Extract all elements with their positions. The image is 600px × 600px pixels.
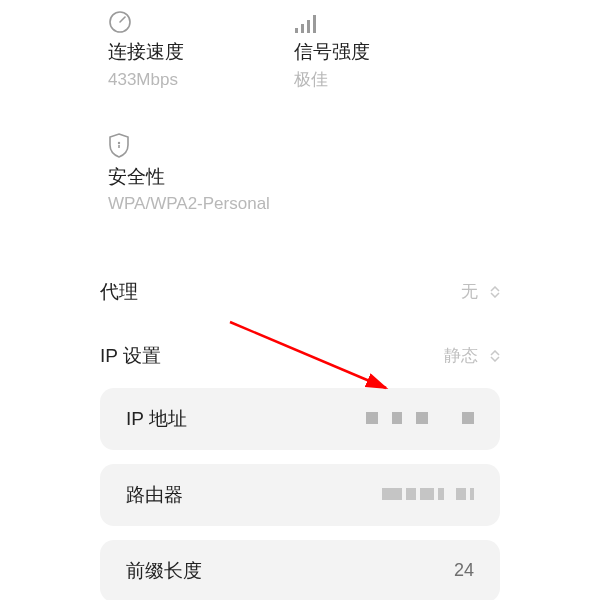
signal-icon bbox=[294, 6, 370, 34]
security-value: WPA/WPA2-Personal bbox=[108, 193, 600, 215]
ip-settings-row[interactable]: IP 设置 静态 bbox=[100, 324, 500, 388]
prefix-length-value: 24 bbox=[454, 560, 474, 581]
ip-address-label: IP 地址 bbox=[126, 406, 187, 432]
prefix-length-field[interactable]: 前缀长度 24 bbox=[100, 540, 500, 600]
svg-point-5 bbox=[118, 142, 120, 144]
proxy-value: 无 bbox=[461, 280, 478, 303]
signal-value: 极佳 bbox=[294, 69, 370, 91]
connection-speed-block: 连接速度 433Mbps bbox=[108, 6, 294, 91]
ip-settings-value: 静态 bbox=[444, 344, 478, 367]
security-block: 安全性 WPA/WPA2-Personal bbox=[108, 131, 600, 216]
shield-icon bbox=[108, 131, 600, 159]
signal-strength-block: 信号强度 极佳 bbox=[294, 6, 370, 91]
proxy-label: 代理 bbox=[100, 279, 138, 305]
router-field[interactable]: 路由器 bbox=[100, 464, 500, 526]
svg-rect-2 bbox=[301, 24, 304, 33]
updown-icon bbox=[490, 286, 500, 298]
security-title: 安全性 bbox=[108, 165, 600, 190]
prefix-length-label: 前缀长度 bbox=[126, 558, 202, 584]
speed-value: 433Mbps bbox=[108, 69, 294, 91]
ip-settings-label: IP 设置 bbox=[100, 343, 161, 369]
svg-rect-1 bbox=[295, 28, 298, 33]
proxy-row[interactable]: 代理 无 bbox=[100, 260, 500, 324]
signal-title: 信号强度 bbox=[294, 40, 370, 65]
svg-rect-3 bbox=[307, 20, 310, 33]
svg-rect-4 bbox=[313, 15, 316, 33]
speed-title: 连接速度 bbox=[108, 40, 294, 65]
speed-icon bbox=[108, 6, 294, 34]
router-value bbox=[382, 484, 474, 505]
ip-address-field[interactable]: IP 地址 bbox=[100, 388, 500, 450]
ip-address-value bbox=[366, 408, 474, 429]
router-label: 路由器 bbox=[126, 482, 183, 508]
updown-icon bbox=[490, 350, 500, 362]
